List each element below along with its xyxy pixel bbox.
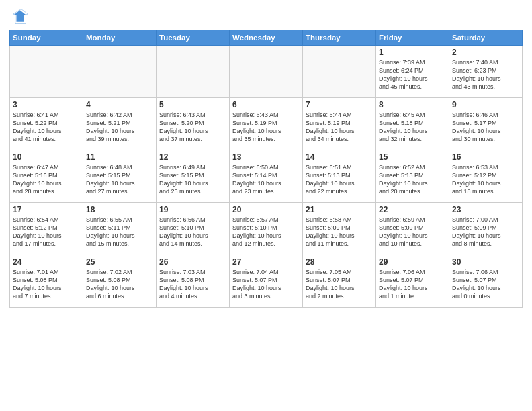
day-header-saturday: Saturday <box>449 30 523 46</box>
day-info: Sunrise: 7:01 AMSunset: 5:08 PMDaylight:… <box>13 268 80 301</box>
day-cell: 4Sunrise: 6:42 AMSunset: 5:21 PMDaylight… <box>83 98 157 150</box>
day-info: Sunrise: 7:02 AMSunset: 5:08 PMDaylight:… <box>86 268 153 301</box>
day-info: Sunrise: 6:45 AMSunset: 5:18 PMDaylight:… <box>379 111 446 144</box>
day-cell: 8Sunrise: 6:45 AMSunset: 5:18 PMDaylight… <box>376 98 449 150</box>
day-number: 17 <box>13 205 80 214</box>
day-info: Sunrise: 6:55 AMSunset: 5:11 PMDaylight:… <box>86 216 153 248</box>
day-cell: 18Sunrise: 6:55 AMSunset: 5:11 PMDayligh… <box>83 203 157 255</box>
day-number: 26 <box>159 257 226 267</box>
day-cell: 24Sunrise: 7:01 AMSunset: 5:08 PMDayligh… <box>10 255 83 308</box>
day-info: Sunrise: 6:58 AMSunset: 5:09 PMDaylight:… <box>306 216 373 248</box>
calendar-header: SundayMondayTuesdayWednesdayThursdayFrid… <box>10 30 523 46</box>
calendar: SundayMondayTuesdayWednesdayThursdayFrid… <box>9 30 523 308</box>
day-number: 29 <box>379 257 446 267</box>
calendar-body: 1Sunrise: 7:39 AMSunset: 6:24 PMDaylight… <box>10 46 523 308</box>
day-header-wednesday: Wednesday <box>230 30 303 46</box>
day-info: Sunrise: 7:00 AMSunset: 5:09 PMDaylight:… <box>452 216 519 248</box>
day-info: Sunrise: 6:46 AMSunset: 5:17 PMDaylight:… <box>452 111 519 144</box>
day-cell: 23Sunrise: 7:00 AMSunset: 5:09 PMDayligh… <box>449 203 523 255</box>
day-number: 5 <box>159 100 226 109</box>
day-cell: 22Sunrise: 6:59 AMSunset: 5:09 PMDayligh… <box>376 203 449 255</box>
week-row-1: 1Sunrise: 7:39 AMSunset: 6:24 PMDaylight… <box>10 46 523 98</box>
day-number: 11 <box>86 152 153 162</box>
day-number: 13 <box>232 152 300 162</box>
day-cell: 26Sunrise: 7:03 AMSunset: 5:08 PMDayligh… <box>157 255 230 308</box>
day-header-friday: Friday <box>376 30 449 46</box>
day-number: 16 <box>452 152 519 162</box>
day-number: 8 <box>379 100 446 109</box>
day-cell: 3Sunrise: 6:41 AMSunset: 5:22 PMDaylight… <box>10 98 83 150</box>
day-number: 7 <box>306 100 373 109</box>
week-row-4: 17Sunrise: 6:54 AMSunset: 5:12 PMDayligh… <box>10 203 523 255</box>
day-number: 4 <box>86 100 153 109</box>
day-info: Sunrise: 7:04 AMSunset: 5:07 PMDaylight:… <box>232 268 300 301</box>
week-row-3: 10Sunrise: 6:47 AMSunset: 5:16 PMDayligh… <box>10 150 523 203</box>
day-cell: 10Sunrise: 6:47 AMSunset: 5:16 PMDayligh… <box>10 150 83 203</box>
day-number: 21 <box>306 205 373 214</box>
day-cell <box>10 46 83 98</box>
day-cell: 9Sunrise: 6:46 AMSunset: 5:17 PMDaylight… <box>449 98 523 150</box>
day-cell: 12Sunrise: 6:49 AMSunset: 5:15 PMDayligh… <box>157 150 230 203</box>
day-cell: 1Sunrise: 7:39 AMSunset: 6:24 PMDaylight… <box>376 46 449 98</box>
day-cell: 15Sunrise: 6:52 AMSunset: 5:13 PMDayligh… <box>376 150 449 203</box>
day-cell: 13Sunrise: 6:50 AMSunset: 5:14 PMDayligh… <box>230 150 303 203</box>
day-info: Sunrise: 6:48 AMSunset: 5:15 PMDaylight:… <box>86 163 153 196</box>
day-number: 12 <box>159 152 226 162</box>
day-number: 1 <box>379 48 446 57</box>
day-number: 19 <box>159 205 226 214</box>
day-cell: 30Sunrise: 7:06 AMSunset: 5:07 PMDayligh… <box>449 255 523 308</box>
day-number: 22 <box>379 205 446 214</box>
day-number: 23 <box>452 205 519 214</box>
week-row-2: 3Sunrise: 6:41 AMSunset: 5:22 PMDaylight… <box>10 98 523 150</box>
day-info: Sunrise: 6:47 AMSunset: 5:16 PMDaylight:… <box>13 163 80 196</box>
day-number: 27 <box>232 257 300 267</box>
day-info: Sunrise: 6:49 AMSunset: 5:15 PMDaylight:… <box>159 163 226 196</box>
day-cell: 29Sunrise: 7:06 AMSunset: 5:07 PMDayligh… <box>376 255 449 308</box>
day-number: 14 <box>306 152 373 162</box>
day-info: Sunrise: 7:05 AMSunset: 5:07 PMDaylight:… <box>306 268 373 301</box>
day-info: Sunrise: 6:44 AMSunset: 5:19 PMDaylight:… <box>306 111 373 144</box>
day-info: Sunrise: 7:40 AMSunset: 6:23 PMDaylight:… <box>452 58 519 91</box>
day-cell: 25Sunrise: 7:02 AMSunset: 5:08 PMDayligh… <box>83 255 157 308</box>
logo <box>9 7 31 26</box>
day-header-monday: Monday <box>83 30 157 46</box>
day-info: Sunrise: 6:56 AMSunset: 5:10 PMDaylight:… <box>159 216 226 248</box>
day-info: Sunrise: 6:43 AMSunset: 5:19 PMDaylight:… <box>232 111 300 144</box>
day-info: Sunrise: 6:53 AMSunset: 5:12 PMDaylight:… <box>452 163 519 196</box>
day-cell: 6Sunrise: 6:43 AMSunset: 5:19 PMDaylight… <box>230 98 303 150</box>
day-info: Sunrise: 6:54 AMSunset: 5:12 PMDaylight:… <box>13 216 80 248</box>
day-number: 30 <box>452 257 519 267</box>
day-cell: 2Sunrise: 7:40 AMSunset: 6:23 PMDaylight… <box>449 46 523 98</box>
day-info: Sunrise: 6:51 AMSunset: 5:13 PMDaylight:… <box>306 163 373 196</box>
day-info: Sunrise: 7:03 AMSunset: 5:08 PMDaylight:… <box>159 268 226 301</box>
day-header-thursday: Thursday <box>303 30 376 46</box>
day-info: Sunrise: 6:50 AMSunset: 5:14 PMDaylight:… <box>232 163 300 196</box>
day-number: 15 <box>379 152 446 162</box>
day-number: 6 <box>232 100 300 109</box>
day-cell: 14Sunrise: 6:51 AMSunset: 5:13 PMDayligh… <box>303 150 376 203</box>
day-info: Sunrise: 6:41 AMSunset: 5:22 PMDaylight:… <box>13 111 80 144</box>
day-info: Sunrise: 7:06 AMSunset: 5:07 PMDaylight:… <box>452 268 519 301</box>
day-number: 24 <box>13 257 80 267</box>
day-number: 2 <box>452 48 519 57</box>
day-cell: 5Sunrise: 6:43 AMSunset: 5:20 PMDaylight… <box>157 98 230 150</box>
day-info: Sunrise: 7:39 AMSunset: 6:24 PMDaylight:… <box>379 58 446 91</box>
day-cell: 27Sunrise: 7:04 AMSunset: 5:07 PMDayligh… <box>230 255 303 308</box>
header-row: SundayMondayTuesdayWednesdayThursdayFrid… <box>10 30 523 46</box>
day-cell: 17Sunrise: 6:54 AMSunset: 5:12 PMDayligh… <box>10 203 83 255</box>
day-header-tuesday: Tuesday <box>157 30 230 46</box>
day-cell <box>230 46 303 98</box>
day-cell <box>157 46 230 98</box>
day-cell <box>303 46 376 98</box>
day-header-sunday: Sunday <box>10 30 83 46</box>
day-cell: 20Sunrise: 6:57 AMSunset: 5:10 PMDayligh… <box>230 203 303 255</box>
week-row-5: 24Sunrise: 7:01 AMSunset: 5:08 PMDayligh… <box>10 255 523 308</box>
day-info: Sunrise: 6:57 AMSunset: 5:10 PMDaylight:… <box>232 216 300 248</box>
day-cell: 11Sunrise: 6:48 AMSunset: 5:15 PMDayligh… <box>83 150 157 203</box>
day-cell: 19Sunrise: 6:56 AMSunset: 5:10 PMDayligh… <box>157 203 230 255</box>
day-cell: 21Sunrise: 6:58 AMSunset: 5:09 PMDayligh… <box>303 203 376 255</box>
day-number: 3 <box>13 100 80 109</box>
page: SundayMondayTuesdayWednesdayThursdayFrid… <box>0 0 532 411</box>
logo-icon <box>9 7 28 26</box>
day-number: 25 <box>86 257 153 267</box>
